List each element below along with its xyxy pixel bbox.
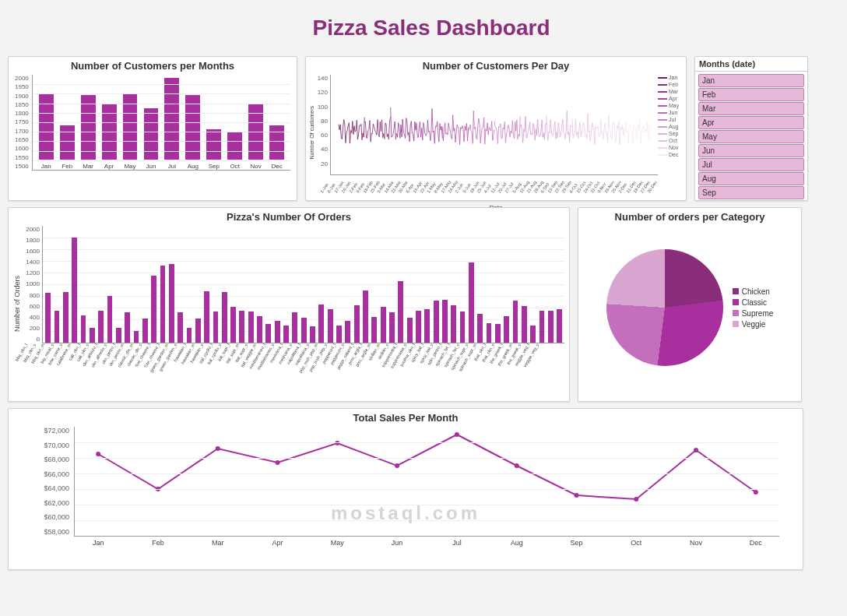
bar-napolitana_l: [318, 304, 324, 343]
bar-the_greek_s: [539, 311, 545, 343]
bar-spin_pesto_l: [460, 312, 466, 343]
bar-napolitana_s: [328, 309, 333, 343]
slicer-item-feb[interactable]: Feb: [698, 88, 804, 101]
svg-point-7: [515, 463, 519, 468]
bar-ital_cpcllo_s: [239, 311, 244, 343]
bar2-yaxis: 2000180016001400120010008006004002000: [23, 226, 42, 343]
svg-point-11: [754, 490, 758, 495]
bar-Aug: [185, 95, 200, 160]
bar-ckn_pesto_m: [142, 319, 148, 343]
slicer-header: Months (date): [695, 57, 807, 72]
bar-prsc_argla_m: [389, 312, 395, 343]
total-sales-chart: Total Sales Per Month $72,000$70,000$68,…: [8, 408, 803, 570]
bar-pep_msh_pep_m: [336, 326, 342, 343]
bar-sicilian_s: [407, 318, 413, 343]
svg-point-5: [395, 463, 399, 468]
bar-spinach_supr_m: [495, 324, 501, 343]
bar-bbq_ckn_m: [63, 292, 69, 343]
slicer-list: JanFebMarAprMayJunJulAugSepOct: [695, 72, 807, 199]
bar-prsc_argla_l: [381, 307, 386, 343]
slicer-item-apr[interactable]: Apr: [698, 116, 804, 129]
bar-veggie_veg_s: [557, 309, 562, 343]
bar-soppressata_l: [416, 311, 421, 343]
slicer-item-mar[interactable]: Mar: [698, 102, 804, 115]
bar-Jul: [164, 78, 179, 160]
bar-Mar: [81, 95, 96, 160]
bar-ckn_alfredo_s: [125, 312, 130, 343]
bar-pepperoni_l: [354, 305, 360, 343]
bar-brie_carre_s: [81, 315, 86, 343]
bar-the_greek_m: [530, 326, 536, 343]
bar-cali_ckn_s: [107, 296, 113, 343]
svg-point-10: [694, 448, 698, 452]
bar-ital_veggie_m: [275, 321, 280, 343]
bar-hawaiian_l: [204, 291, 209, 343]
bar-green_garden_s: [195, 319, 201, 343]
line-yaxis: $72,000$70,000$68,000$66,000$64,000$62,0…: [32, 427, 74, 536]
bar-classic_dlx_m: [151, 276, 156, 343]
svg-point-8: [574, 493, 578, 498]
bar-ital_supr_m: [257, 316, 262, 343]
bar-Jun: [144, 108, 159, 160]
bar-sicilian_m: [398, 281, 403, 343]
bar-thai_ckn_s: [513, 301, 518, 343]
day-ylabel: Number Of customers: [309, 106, 315, 159]
bar-mexicana_s: [310, 326, 315, 343]
day-legend: JanFebMarAprMayJunJulAugSepOctNovDec: [658, 75, 683, 190]
bar-Sep: [206, 129, 221, 160]
slicer-item-aug[interactable]: Aug: [698, 172, 804, 185]
slicer-item-may[interactable]: May: [698, 130, 804, 143]
bar2-ylabel: Number of Orders: [13, 276, 21, 332]
bar-green_garden_m: [187, 328, 192, 343]
bar-ital_supr_l: [248, 312, 254, 343]
bar-bbq_ckn_s: [54, 311, 60, 343]
bar-four_cheese_l: [177, 312, 183, 343]
pie-legend: ChickenClassicSupremeVeggie: [733, 285, 774, 331]
bar-cali_ckn_l: [98, 311, 104, 343]
bar1-yaxis: 2000195019001850180017501700165016001550…: [15, 75, 32, 170]
bar-big_meat_s: [72, 238, 77, 343]
bar-hawaiian_s: [222, 292, 227, 343]
svg-point-0: [96, 452, 100, 456]
bar-calabrese_m: [90, 328, 95, 343]
bar-Feb: [60, 125, 75, 160]
chart-title: Number of orders per Category: [578, 208, 801, 226]
bar-southw_ckn_l: [434, 301, 439, 343]
bar-peppr_salami_l: [371, 317, 377, 343]
months-slicer[interactable]: Months (date) JanFebMarAprMayJunJulAugSe…: [694, 56, 808, 201]
bar-thai_ckn_l: [504, 316, 509, 343]
bar-spicy_ital_l: [442, 300, 448, 343]
svg-point-6: [455, 432, 459, 437]
bar-Oct: [227, 132, 242, 160]
bar-ital_cpcllo_l: [230, 307, 236, 343]
svg-point-4: [335, 441, 339, 445]
bar-ckn_pesto_l: [134, 331, 139, 343]
svg-point-3: [276, 460, 280, 465]
bar-mediterraneo_s: [292, 312, 297, 343]
bar-spinach_fet_s: [477, 314, 483, 343]
bar-spinach_supr_s: [487, 323, 492, 343]
day-plot: 1-Jan8-Jan17-Jan24-Jan2-Feb9-Feb18-Feb25…: [330, 75, 658, 175]
line-plot: JanFebMarAprMayJunJulAugSepOctNovDec: [74, 427, 779, 537]
pie: [606, 249, 723, 366]
chart-title: Number of Customers per Months: [9, 57, 297, 75]
bar-pep_msh_pep_s: [345, 321, 350, 343]
chart-title: Pizza's Number Of Orders: [9, 208, 569, 226]
bar-hawaiian_m: [213, 312, 219, 343]
bar-mediterraneo_l: [283, 326, 289, 343]
day-yaxis: 14012010080604020: [315, 75, 330, 174]
bar-ckn_alfredo_l: [116, 328, 121, 343]
customers-per-day-chart: Number of Customers Per Day Number Of cu…: [305, 56, 687, 201]
bar1-plot: JanFebMarAprMayJunJulAugSepOctNovDec: [32, 75, 290, 171]
bar-mexicana_l: [301, 318, 307, 343]
chart-title: Total Sales Per Month: [9, 409, 803, 427]
slicer-item-jan[interactable]: Jan: [698, 74, 804, 87]
slicer-item-jul[interactable]: Jul: [698, 158, 804, 171]
svg-point-9: [634, 497, 638, 502]
bar-Dec: [269, 125, 284, 160]
page-title: Pizza Sales Dashboard: [8, 16, 847, 40]
bar-veggie_veg_l: [548, 311, 554, 343]
slicer-item-sep[interactable]: Sep: [698, 186, 804, 199]
svg-point-2: [216, 446, 220, 451]
slicer-item-jun[interactable]: Jun: [698, 144, 804, 157]
